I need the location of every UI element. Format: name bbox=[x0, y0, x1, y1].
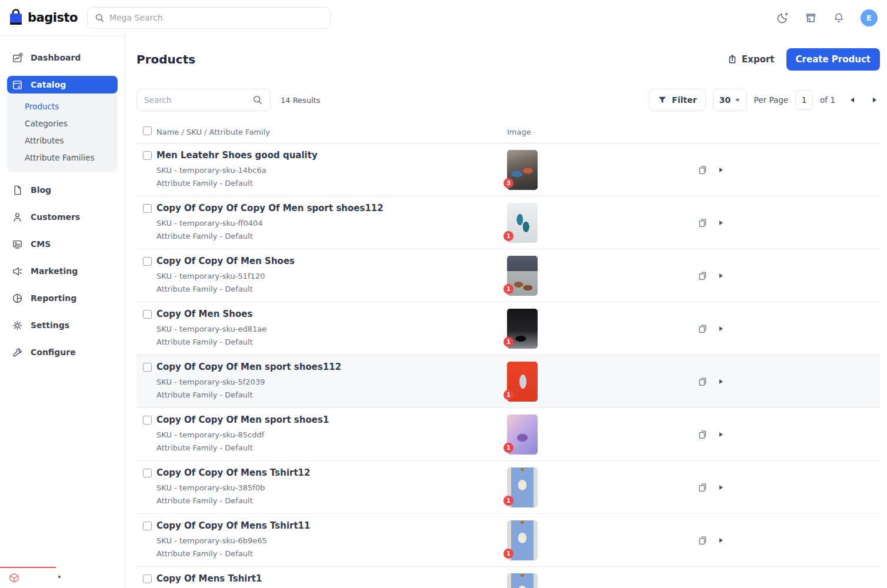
expand-row-icon[interactable] bbox=[719, 326, 723, 331]
product-name: Men Leatehr Shoes good quality bbox=[156, 150, 507, 161]
sidebar-item-reporting[interactable]: Reporting bbox=[0, 289, 125, 307]
product-sku: SKU - temporary-sku-5f2039 bbox=[156, 377, 507, 386]
sidebar-item-marketing[interactable]: Marketing bbox=[0, 262, 125, 280]
notification-bell-icon[interactable] bbox=[833, 12, 845, 24]
table-row: Copy Of Copy Of Mens Tshirt11 SKU - temp… bbox=[136, 514, 880, 567]
sidebar-item-blog[interactable]: Blog bbox=[0, 181, 125, 199]
per-page-select[interactable]: 30 bbox=[713, 89, 747, 111]
column-image: Image bbox=[507, 128, 540, 136]
sidebar-item-cms[interactable]: CMS bbox=[0, 235, 125, 253]
sidebar-item-settings[interactable]: Settings bbox=[0, 316, 125, 334]
product-name: Copy Of Copy Of Men Shoes bbox=[156, 256, 507, 267]
row-checkbox[interactable] bbox=[143, 363, 152, 372]
table-row: Copy Of Copy Of Men sport shoes1 SKU - t… bbox=[136, 408, 880, 461]
image-count-badge: 1 bbox=[503, 231, 513, 241]
next-page-icon[interactable] bbox=[869, 95, 880, 105]
copy-icon[interactable] bbox=[698, 218, 708, 228]
catalog-submenu: Products Categories Attributes Attribute… bbox=[7, 93, 118, 172]
product-name: Copy Of Copy Of Mens Tshirt11 bbox=[156, 520, 507, 532]
row-checkbox[interactable] bbox=[143, 469, 152, 477]
row-checkbox[interactable] bbox=[143, 416, 152, 425]
copy-icon[interactable] bbox=[698, 535, 708, 546]
export-button[interactable]: Export bbox=[727, 54, 775, 65]
topbar-actions: E bbox=[776, 9, 878, 26]
top-bar: bagisto bbox=[0, 0, 887, 35]
image-count-badge: 1 bbox=[503, 337, 513, 347]
copy-icon[interactable] bbox=[698, 270, 708, 281]
catalog-group: Catalog Products Categories Attributes A… bbox=[7, 76, 118, 172]
row-checkbox[interactable] bbox=[143, 257, 152, 266]
image-count-badge: 1 bbox=[503, 549, 513, 559]
sidebar-item-customers[interactable]: Customers bbox=[0, 208, 125, 226]
sidebar-item-attribute-families[interactable]: Attribute Families bbox=[7, 149, 118, 166]
expand-row-icon[interactable] bbox=[719, 538, 723, 543]
filter-button[interactable]: Filter bbox=[649, 89, 705, 111]
product-thumbnail: 1 bbox=[507, 467, 538, 507]
expand-row-icon[interactable] bbox=[719, 379, 723, 384]
laravel-debugbar[interactable] bbox=[0, 567, 56, 588]
column-name-sku-family: Name / SKU / Attribute Family bbox=[156, 128, 507, 136]
expand-row-icon[interactable] bbox=[719, 432, 723, 437]
search-icon bbox=[95, 13, 105, 23]
dashboard-icon bbox=[12, 52, 23, 64]
product-sku: SKU - temporary-sku-14bc6a bbox=[156, 166, 507, 175]
product-name: Copy Of Copy Of Copy Of Men sport shoes1… bbox=[156, 203, 507, 214]
page-number-input[interactable] bbox=[795, 90, 813, 110]
mega-search-box bbox=[87, 7, 331, 29]
shopping-bag-logo-icon bbox=[8, 9, 24, 27]
catalog-icon bbox=[12, 79, 23, 91]
row-checkbox[interactable] bbox=[143, 574, 152, 583]
table-row: Copy Of Copy Of Mens Tshirt12 SKU - temp… bbox=[136, 461, 880, 514]
bagisto-logo[interactable]: bagisto bbox=[8, 9, 78, 27]
product-name: Copy Of Copy Of Men sport shoes1 bbox=[156, 415, 507, 426]
expand-row-icon[interactable] bbox=[719, 485, 723, 490]
row-checkbox[interactable] bbox=[143, 310, 152, 319]
image-count-badge: 3 bbox=[503, 178, 513, 188]
gear-icon bbox=[12, 320, 23, 331]
copy-icon[interactable] bbox=[698, 165, 708, 175]
person-icon bbox=[12, 212, 23, 223]
sidebar-item-products[interactable]: Products bbox=[7, 98, 118, 115]
export-icon bbox=[727, 54, 738, 65]
image-count-badge: 1 bbox=[503, 390, 513, 400]
search-icon[interactable] bbox=[252, 95, 263, 105]
copy-icon[interactable] bbox=[698, 323, 708, 334]
sidebar-item-catalog[interactable]: Catalog bbox=[7, 76, 118, 93]
copy-icon[interactable] bbox=[698, 429, 708, 440]
create-product-button[interactable]: Create Product bbox=[786, 48, 880, 71]
expand-row-icon[interactable] bbox=[719, 220, 723, 225]
product-name: Copy Of Mens Tshirt1 bbox=[156, 573, 507, 584]
debugbar-handle[interactable] bbox=[58, 576, 61, 578]
product-sku: SKU - temporary-sku-ff0404 bbox=[156, 219, 507, 228]
datagrid-search-input[interactable] bbox=[144, 95, 252, 105]
sidebar-item-categories[interactable]: Categories bbox=[7, 115, 118, 132]
row-checkbox[interactable] bbox=[143, 522, 152, 530]
product-thumbnail: 1 bbox=[507, 415, 538, 455]
table-row: Copy Of Copy Of Men sport shoes112 SKU -… bbox=[136, 355, 880, 408]
document-icon bbox=[12, 185, 23, 196]
copy-icon[interactable] bbox=[698, 376, 708, 387]
row-checkbox[interactable] bbox=[143, 151, 152, 160]
select-all-checkbox[interactable] bbox=[143, 126, 152, 135]
copy-icon[interactable] bbox=[698, 482, 708, 493]
row-checkbox[interactable] bbox=[143, 204, 152, 213]
user-avatar[interactable]: E bbox=[861, 9, 878, 26]
results-count: 14 Results bbox=[281, 96, 321, 105]
product-sku: SKU - temporary-sku-85cddf bbox=[156, 430, 507, 439]
product-thumbnail: 1 bbox=[507, 520, 538, 560]
product-sku: SKU - temporary-sku-51f120 bbox=[156, 272, 507, 280]
previous-page-icon[interactable] bbox=[847, 95, 858, 105]
sidebar-item-configure[interactable]: Configure bbox=[0, 343, 125, 361]
mega-search-input[interactable] bbox=[109, 13, 323, 22]
product-attribute-family: Attribute Family - Default bbox=[156, 549, 507, 558]
table-row: Copy Of Copy Of Copy Of Men sport shoes1… bbox=[136, 196, 880, 249]
storefront-icon[interactable] bbox=[805, 12, 817, 24]
sidebar-item-attributes[interactable]: Attributes bbox=[7, 132, 118, 149]
product-thumbnail: 1 bbox=[507, 309, 538, 349]
expand-row-icon[interactable] bbox=[719, 273, 723, 278]
dark-mode-moon-icon[interactable] bbox=[776, 12, 789, 24]
sidebar-item-dashboard[interactable]: Dashboard bbox=[0, 49, 125, 66]
page-title: Products bbox=[136, 52, 195, 66]
table-row: Copy Of Copy Of Men Shoes SKU - temporar… bbox=[136, 249, 880, 302]
expand-row-icon[interactable] bbox=[719, 168, 723, 172]
